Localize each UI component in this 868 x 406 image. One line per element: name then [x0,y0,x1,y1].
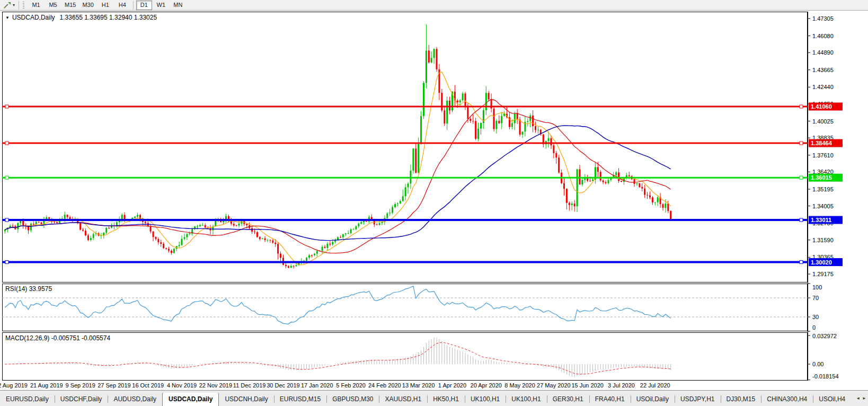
svg-text:22 Jul 2020: 22 Jul 2020 [640,382,670,389]
chart-tab-dj30-m15[interactable]: DJ30,M15 [721,393,761,406]
rsi-indicator-label: RSI(14) 33.9575 [5,285,52,293]
svg-text:1.29175: 1.29175 [812,271,834,277]
svg-text:30 Dec 2019: 30 Dec 2019 [267,382,299,389]
timeframe-button-m1[interactable]: M1 [28,1,44,10]
svg-text:1.35195: 1.35195 [812,186,834,192]
timeframe-button-w1[interactable]: W1 [153,1,169,10]
svg-text:0.032972: 0.032972 [812,333,837,339]
svg-text:27 May 2020: 27 May 2020 [537,382,571,389]
macd-indicator-label: MACD(12,26,9) -0.005751 -0.005574 [5,334,110,342]
chart-tab-usoil-h4[interactable]: USOil,H4 [813,393,848,406]
svg-text:24 Feb 2020: 24 Feb 2020 [368,382,401,389]
chart-tab-usdchf-daily[interactable]: USDCHF,Daily [55,393,108,406]
chart-tab-eurusd-m15[interactable]: EURUSD,M15 [274,393,326,406]
svg-text:1.42440: 1.42440 [812,84,834,90]
svg-text:21 Aug 2019: 21 Aug 2019 [30,382,63,389]
chart-ohlc-readout: 1.33655 1.33695 1.32940 1.33025 [60,14,157,21]
svg-text:3 Jul 2020: 3 Jul 2020 [608,382,635,389]
svg-text:1.31590: 1.31590 [812,237,834,243]
tool-dropdown-caret[interactable]: ▾ [13,3,15,7]
ma-8-line [5,72,670,265]
svg-text:13 Mar 2020: 13 Mar 2020 [402,382,435,389]
svg-text:4 Nov 2019: 4 Nov 2019 [167,382,197,389]
svg-text:1.43665: 1.43665 [812,67,834,73]
svg-text:1.41060: 1.41060 [811,103,832,110]
chart-symbol-period: USDCAD,Daily [12,14,55,21]
price-axis: 1.473051.460801.448901.436651.424401.412… [808,15,843,380]
date-axis: 2 Aug 201921 Aug 20199 Sep 201927 Sep 20… [0,382,670,389]
svg-text:1.34005: 1.34005 [812,203,834,209]
svg-text:70: 70 [812,295,819,301]
chart-title[interactable]: ▼USDCAD,Daily1.33655 1.33695 1.32940 1.3… [5,14,157,21]
svg-text:1.40025: 1.40025 [812,118,834,125]
timeframe-buttons: M1M5M15M30H1H4D1W1MN [28,1,187,10]
timeframe-button-d1[interactable]: D1 [136,1,152,10]
chart-tab-usdcad-daily[interactable]: USDCAD,Daily [162,393,219,406]
svg-text:8 May 2020: 8 May 2020 [504,382,535,389]
tab-scroll-left-icon[interactable]: ◄ [856,396,860,401]
chart-area: 1.473051.460801.448901.436651.424401.412… [0,11,868,390]
rsi-line [5,286,670,324]
svg-text:20 Apr 2020: 20 Apr 2020 [471,382,502,389]
svg-text:17 Jan 2020: 17 Jan 2020 [301,382,333,389]
timeframe-button-h4[interactable]: H4 [114,1,130,10]
svg-text:2 Aug 2019: 2 Aug 2019 [0,382,28,389]
timeframe-button-m5[interactable]: M5 [45,1,61,10]
toolbar: ▾ M1M5M15M30H1H4D1W1MN [0,0,868,11]
svg-text:27 Sep 2019: 27 Sep 2019 [98,382,130,389]
svg-text:0.00: 0.00 [812,361,823,367]
svg-text:1.47305: 1.47305 [812,15,834,22]
chart-tab-bar: EURUSD,DailyUSDCHF,DailyAUDUSD,DailyUSDC… [0,390,868,406]
svg-text:11 Dec 2019: 11 Dec 2019 [233,382,266,389]
timeframe-button-m15[interactable]: M15 [62,1,78,10]
svg-text:1.36015: 1.36015 [811,174,832,181]
chart-tab-gbpusd-m30[interactable]: GBPUSD,M30 [326,393,379,406]
svg-text:1.33011: 1.33011 [811,217,831,223]
svg-text:1.44890: 1.44890 [812,49,834,56]
chart-tab-usoil-daily[interactable]: USOil,Daily [631,393,675,406]
timeframe-button-h1[interactable]: H1 [98,1,113,10]
chart-tab-uk100-h1[interactable]: UK100,H1 [465,393,506,406]
timeframe-button-mn[interactable]: MN [170,1,186,10]
svg-text:1.30020: 1.30020 [811,259,832,266]
chart-tabs: EURUSD,DailyUSDCHF,DailyAUDUSD,DailyUSDC… [0,393,848,406]
chart-tab-fra40-h1[interactable]: FRA40,H1 [589,393,631,406]
chart-tab-hk50-h1[interactable]: HK50,H1 [427,393,465,406]
svg-text:22 Nov 2019: 22 Nov 2019 [199,382,232,389]
svg-text:15 Jun 2020: 15 Jun 2020 [571,382,604,389]
svg-text:1.46080: 1.46080 [812,33,834,39]
svg-text:5 Feb 2020: 5 Feb 2020 [336,382,366,389]
svg-text:100: 100 [812,284,822,290]
ma-28-line [5,100,670,253]
svg-text:9 Sep 2019: 9 Sep 2019 [65,382,95,389]
chart-draw-tool-icon[interactable] [2,1,13,10]
toolbar-separator [19,1,19,10]
chart-tab-usdjpy-h1[interactable]: USDJPY,H1 [675,393,720,406]
svg-text:30: 30 [812,314,819,320]
chart-canvas[interactable]: 1.473051.460801.448901.436651.424401.412… [0,11,868,390]
svg-text:1.37610: 1.37610 [812,152,834,158]
candles-layer [4,24,671,269]
timeframe-button-m30[interactable]: M30 [79,1,96,10]
chart-tab-xauusd-h1[interactable]: XAUUSD,H1 [379,393,427,406]
svg-text:0: 0 [812,324,816,331]
chart-tab-ger30-h1[interactable]: GER30,H1 [547,393,589,406]
svg-text:1.38464: 1.38464 [811,140,832,146]
chart-tab-china300-h4[interactable]: CHINA300,H4 [761,393,813,406]
chart-tab-audusd-daily[interactable]: AUDUSD,Daily [108,393,162,406]
macd-signal-line [5,342,670,374]
svg-text:16 Oct 2019: 16 Oct 2019 [132,382,164,389]
toolbar-grip[interactable] [23,2,24,9]
chart-tab-usdcnh-daily[interactable]: USDCNH,Daily [219,393,273,406]
chart-tab-eurusd-daily[interactable]: EURUSD,Daily [0,393,55,406]
svg-text:1 Apr 2020: 1 Apr 2020 [438,382,466,389]
tab-scroll-right-icon[interactable]: ► [862,396,866,401]
tab-scroll-arrows: ◄ ► [856,396,866,401]
chart-tab-uk100-h1[interactable]: UK100,H1 [506,393,546,406]
chart-title-dropdown-icon[interactable]: ▼ [5,15,10,20]
macd-layer [5,338,670,377]
timeframe-group-separator [133,1,134,10]
svg-text:-0.018154: -0.018154 [812,373,839,379]
